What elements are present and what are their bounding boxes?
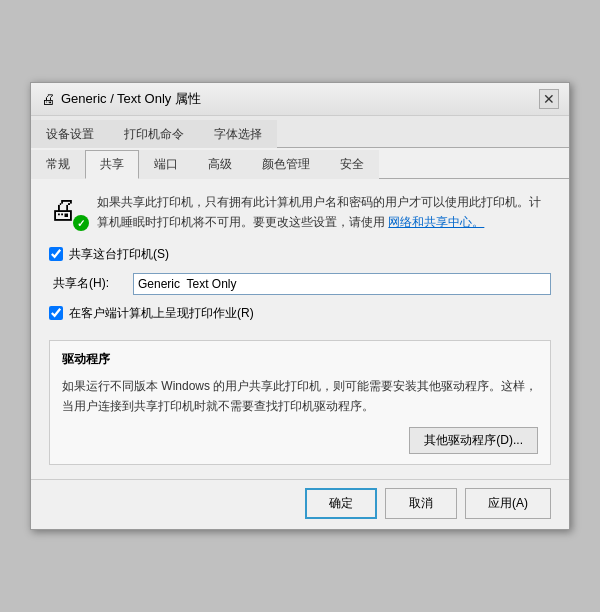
share-printer-checkbox[interactable] bbox=[49, 247, 63, 261]
info-box: 🖨 ✓ 如果共享此打印机，只有拥有此计算机用户名和密码的用户才可以使用此打印机。… bbox=[49, 193, 551, 231]
tab-sharing[interactable]: 共享 bbox=[85, 150, 139, 179]
share-name-label: 共享名(H): bbox=[53, 275, 133, 292]
cancel-button[interactable]: 取消 bbox=[385, 488, 457, 519]
render-jobs-label[interactable]: 在客户端计算机上呈现打印作业(R) bbox=[69, 305, 254, 322]
render-jobs-checkbox[interactable] bbox=[49, 306, 63, 320]
share-checkbox-row: 共享这台打印机(S) bbox=[49, 246, 551, 263]
tab-ports[interactable]: 端口 bbox=[139, 150, 193, 179]
tab-advanced[interactable]: 高级 bbox=[193, 150, 247, 179]
tab-printer-commands[interactable]: 打印机命令 bbox=[109, 120, 199, 148]
info-text: 如果共享此打印机，只有拥有此计算机用户名和密码的用户才可以使用此打印机。计算机睡… bbox=[97, 193, 551, 231]
share-printer-label[interactable]: 共享这台打印机(S) bbox=[69, 246, 169, 263]
close-button[interactable]: ✕ bbox=[539, 89, 559, 109]
driver-button-row: 其他驱动程序(D)... bbox=[62, 427, 538, 454]
other-drivers-button[interactable]: 其他驱动程序(D)... bbox=[409, 427, 538, 454]
driver-section-title: 驱动程序 bbox=[62, 351, 538, 368]
tab-security[interactable]: 安全 bbox=[325, 150, 379, 179]
title-bar-left: 🖨 Generic / Text Only 属性 bbox=[41, 90, 201, 108]
tab-device-settings[interactable]: 设备设置 bbox=[31, 120, 109, 148]
tab-general[interactable]: 常规 bbox=[31, 150, 85, 179]
printer-status-icon: 🖨 ✓ bbox=[49, 193, 85, 229]
share-name-row: 共享名(H): bbox=[53, 273, 551, 295]
apply-button[interactable]: 应用(A) bbox=[465, 488, 551, 519]
window-title: Generic / Text Only 属性 bbox=[61, 90, 201, 108]
window-icon: 🖨 bbox=[41, 91, 55, 107]
tab-row-2: 常规 共享 端口 高级 颜色管理 安全 bbox=[31, 148, 569, 179]
driver-description: 如果运行不同版本 Windows 的用户共享此打印机，则可能需要安装其他驱动程序… bbox=[62, 376, 538, 417]
title-bar: 🖨 Generic / Text Only 属性 ✕ bbox=[31, 83, 569, 116]
dialog-footer: 确定 取消 应用(A) bbox=[31, 479, 569, 529]
tab-content: 🖨 ✓ 如果共享此打印机，只有拥有此计算机用户名和密码的用户才可以使用此打印机。… bbox=[31, 179, 569, 478]
tab-color-management[interactable]: 颜色管理 bbox=[247, 150, 325, 179]
tab-font-selection[interactable]: 字体选择 bbox=[199, 120, 277, 148]
share-name-input[interactable] bbox=[133, 273, 551, 295]
sharing-form: 共享这台打印机(S) 共享名(H): 在客户端计算机上呈现打印作业(R) bbox=[49, 246, 551, 322]
tab-row-1: 设备设置 打印机命令 字体选择 bbox=[31, 116, 569, 148]
render-checkbox-row: 在客户端计算机上呈现打印作业(R) bbox=[49, 305, 551, 322]
check-badge: ✓ bbox=[73, 215, 89, 231]
driver-section: 驱动程序 如果运行不同版本 Windows 的用户共享此打印机，则可能需要安装其… bbox=[49, 340, 551, 465]
ok-button[interactable]: 确定 bbox=[305, 488, 377, 519]
dialog-window: 🖨 Generic / Text Only 属性 ✕ 设备设置 打印机命令 字体… bbox=[30, 82, 570, 529]
network-sharing-center-link[interactable]: 网络和共享中心。 bbox=[388, 215, 484, 229]
